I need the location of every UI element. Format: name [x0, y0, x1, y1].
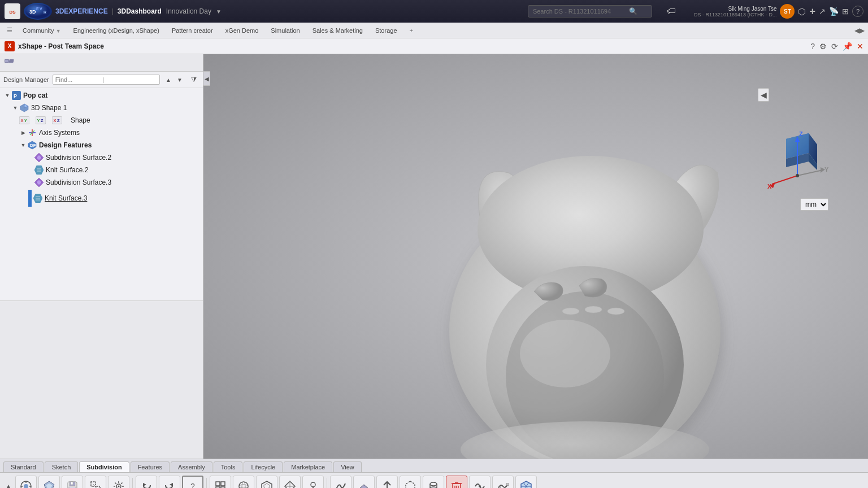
- nav-tab-add[interactable]: +: [404, 25, 419, 36]
- svg-text:Y: Y: [824, 166, 828, 173]
- broadcast-icon[interactable]: 📡: [829, 7, 839, 16]
- nav-collapse-icon[interactable]: ◀▶: [854, 27, 865, 34]
- svg-line-61: [797, 170, 823, 176]
- toolbar-redo-btn[interactable]: [159, 476, 180, 489]
- toolbar-undo-btn[interactable]: [136, 476, 157, 489]
- user-avatar[interactable]: ST: [780, 4, 795, 19]
- close-window-icon[interactable]: ✕: [857, 42, 863, 51]
- viewport[interactable]: ◀: [203, 54, 868, 459]
- gizmo-panel-collapse[interactable]: ◀: [758, 88, 769, 102]
- tree-item-subdiv-2[interactable]: Subdivision Surface.2: [0, 151, 203, 164]
- toolbar-pin-btn[interactable]: [302, 476, 324, 489]
- toolbar-outline-btn[interactable]: [400, 476, 421, 489]
- tab-view[interactable]: View: [333, 461, 362, 472]
- toolbar-crease-btn[interactable]: [469, 476, 491, 489]
- svg-text:Z: Z: [41, 118, 44, 123]
- toolbar-expand-btn[interactable]: ▲: [3, 476, 14, 489]
- toolbar-transform-btn[interactable]: [85, 476, 106, 489]
- tab-features[interactable]: Features: [131, 461, 170, 472]
- toolbar-smooth-btn[interactable]: [492, 476, 514, 489]
- tree-item-shape-icons[interactable]: XY YZ XZ Shape: [0, 114, 203, 127]
- nav-home-icon[interactable]: ☰: [3, 24, 16, 37]
- tree-item-knit-3[interactable]: Knit Surface.3: [0, 189, 203, 208]
- toolbar-save-btn[interactable]: [62, 476, 83, 489]
- axis-label: Axis Systems: [39, 129, 80, 137]
- tree-item-axis[interactable]: ▶ Axis Systems: [0, 127, 203, 139]
- nav-tab-pattern[interactable]: Pattern creator: [166, 25, 219, 36]
- tab-standard[interactable]: Standard: [3, 461, 44, 472]
- popcat-expand-icon[interactable]: ▼: [3, 91, 11, 99]
- toolbar-subdivide-shape-btn[interactable]: [256, 476, 277, 489]
- grid-apps-icon[interactable]: ⊞: [842, 7, 849, 16]
- tree-item-3dshape[interactable]: ▼ 3D Shape 1: [0, 102, 203, 114]
- add-icon[interactable]: +: [809, 6, 815, 18]
- toolbar-select-btn[interactable]: [15, 476, 37, 489]
- shape-icon-z[interactable]: XZ: [52, 115, 62, 125]
- help-window-icon[interactable]: ?: [810, 42, 815, 51]
- knit2-icon: [34, 165, 44, 175]
- svg-text:Z: Z: [799, 130, 803, 137]
- nav-tab-storage[interactable]: Storage: [370, 25, 403, 36]
- tree-item-design-features[interactable]: ▼ DF Design Features: [0, 139, 203, 151]
- pin-window-icon[interactable]: 📌: [843, 42, 852, 51]
- compass-icon[interactable]: ⬡: [798, 6, 806, 17]
- knit3-icon: [33, 193, 43, 203]
- unit-dropdown[interactable]: mm cm m in: [800, 198, 828, 211]
- toolbar-grid-btn[interactable]: [210, 476, 231, 489]
- nav-tab-sales[interactable]: Sales & Marketing: [307, 25, 368, 36]
- sidebar-bottom-panel: [0, 300, 203, 459]
- toolbar-tube-btn[interactable]: [423, 476, 444, 489]
- nav-tab-engineering[interactable]: Engineering (xDesign, xShape): [68, 25, 165, 36]
- tab-sketch[interactable]: Sketch: [45, 461, 79, 472]
- 3d-model: [418, 116, 763, 459]
- dm-next-btn[interactable]: ▼: [175, 75, 185, 85]
- orientation-gizmo[interactable]: Z X Y: [766, 128, 828, 190]
- tab-marketplace[interactable]: Marketplace: [284, 461, 332, 472]
- tree-item-knit-2[interactable]: Knit Surface.2: [0, 164, 203, 176]
- search-bar[interactable]: 🔍: [528, 5, 652, 18]
- toolbar-curve-btn[interactable]: [330, 476, 351, 489]
- toolbar-sphere-btn[interactable]: [233, 476, 254, 489]
- dm-prev-btn[interactable]: ▲: [163, 75, 173, 85]
- svg-point-89: [239, 485, 248, 488]
- workspace-dropdown-icon[interactable]: ▼: [216, 8, 222, 15]
- share-icon[interactable]: ↗: [819, 7, 826, 16]
- tab-lifecycle[interactable]: Lifecycle: [244, 461, 283, 472]
- toolbar-settings-btn[interactable]: [108, 476, 129, 489]
- nav-tab-xgen[interactable]: xGen Demo: [220, 25, 264, 36]
- tree-item-subdiv-3[interactable]: Subdivision Surface.3: [0, 176, 203, 189]
- dm-search-input[interactable]: [55, 76, 101, 83]
- dm-search-box[interactable]: |: [53, 75, 160, 85]
- sidebar-collapse-btn[interactable]: ◀: [203, 71, 210, 86]
- toolbar-delete-btn[interactable]: [446, 476, 467, 489]
- search-input[interactable]: [533, 8, 629, 15]
- toolbar-subdiv-btn[interactable]: [515, 476, 537, 489]
- shape-icon-y[interactable]: YZ: [36, 115, 46, 125]
- axis-expand-icon[interactable]: ▶: [19, 129, 27, 137]
- sidebar-tool-icon-1[interactable]: [3, 56, 16, 69]
- 3d-compass[interactable]: 3D E V R: [24, 3, 52, 20]
- tree-item-popcat[interactable]: ▼ P Pop cat: [0, 89, 203, 102]
- tab-tools[interactable]: Tools: [214, 461, 243, 472]
- nav-tab-simulation[interactable]: Simulation: [265, 25, 305, 36]
- toolbar-help-context-btn[interactable]: ?: [182, 476, 203, 489]
- settings-window-icon[interactable]: ⚙: [819, 42, 827, 51]
- 3dshape-expand-icon[interactable]: ▼: [11, 104, 19, 112]
- dm-filter-btn[interactable]: ⧩: [188, 74, 199, 85]
- tab-subdivision[interactable]: Subdivision: [79, 461, 129, 472]
- toolbar-face-btn[interactable]: [38, 476, 60, 489]
- toolbar-arrow-btn[interactable]: [376, 476, 398, 489]
- features-expand-icon[interactable]: ▼: [19, 141, 27, 149]
- refresh-window-icon[interactable]: ⟳: [831, 42, 838, 51]
- unit-selector[interactable]: mm cm m in: [800, 198, 828, 211]
- tab-assembly[interactable]: Assembly: [171, 461, 212, 472]
- tag-icon[interactable]: 🏷: [667, 6, 676, 16]
- help-icon[interactable]: ?: [852, 6, 863, 17]
- svg-point-96: [311, 482, 315, 487]
- nav-tab-community[interactable]: Community ▼: [17, 25, 67, 36]
- toolbar-plane-btn[interactable]: [353, 476, 375, 489]
- community-arrow-icon: ▼: [56, 28, 61, 34]
- knit2-label: Knit Surface.2: [46, 166, 88, 174]
- toolbar-diamond-btn[interactable]: [279, 476, 301, 489]
- shape-icon-x[interactable]: XY: [19, 115, 29, 125]
